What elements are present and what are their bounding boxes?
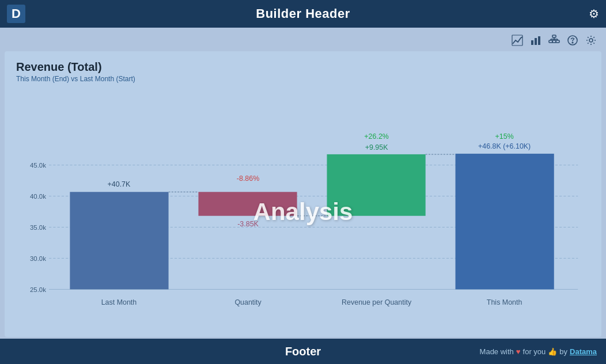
svg-text:Last Month: Last Month: [101, 298, 137, 306]
svg-text:Revenue per Quantity: Revenue per Quantity: [342, 298, 412, 306]
bar-revenue-per-qty: [327, 154, 426, 216]
footer-for-you: for you: [523, 347, 546, 356]
svg-text:+26.2%: +26.2%: [364, 132, 389, 141]
chart-svg-area: Analysis 25.0k 30.0k 35.0k 40.0k 45.0k: [16, 92, 590, 331]
svg-text:This Month: This Month: [487, 298, 522, 306]
svg-rect-2: [535, 38, 537, 45]
svg-text:35.0k: 35.0k: [30, 224, 46, 231]
footer: Footer Made with ♥ for you 👍 by Datama: [0, 339, 606, 364]
org-chart-icon[interactable]: [548, 35, 560, 49]
svg-text:-8.86%: -8.86%: [237, 175, 259, 183]
chart-title: Revenue (Total): [16, 60, 590, 74]
svg-text:40.0k: 40.0k: [30, 193, 46, 200]
datama-link[interactable]: Datama: [570, 347, 597, 356]
bar-chart-icon[interactable]: [530, 35, 541, 49]
heart-icon: ♥: [516, 347, 521, 356]
header: D Builder Header ⚙: [0, 0, 606, 28]
svg-text:25.0k: 25.0k: [30, 286, 46, 293]
chart-container: Revenue (Total) This Month (End) vs Last…: [5, 51, 601, 337]
bar-quantity: [198, 192, 297, 216]
svg-rect-3: [538, 36, 540, 45]
svg-point-14: [572, 42, 573, 43]
bar-last-month: [70, 192, 168, 289]
header-title: Builder Header: [256, 6, 350, 21]
footer-right: Made with ♥ for you 👍 by Datama: [480, 347, 597, 356]
bar-this-month: [456, 154, 554, 290]
svg-point-15: [589, 39, 593, 42]
menu-icon[interactable]: ⚙: [589, 7, 599, 21]
svg-rect-10: [549, 40, 552, 43]
svg-text:30.0k: 30.0k: [30, 255, 46, 262]
toolbar: [5, 32, 601, 51]
svg-text:Quantity: Quantity: [234, 298, 262, 306]
settings-icon[interactable]: [585, 35, 597, 49]
svg-text:+46.8K (+6.10K): +46.8K (+6.10K): [478, 142, 531, 150]
help-icon[interactable]: [567, 35, 578, 49]
svg-rect-0: [512, 35, 522, 46]
svg-text:+40.7K: +40.7K: [108, 180, 131, 188]
footer-by: by: [559, 347, 567, 356]
svg-rect-12: [556, 40, 559, 43]
chart-line-icon[interactable]: [512, 35, 523, 49]
footer-made-with: Made with: [480, 347, 514, 356]
svg-text:+9.95K: +9.95K: [365, 143, 388, 151]
main-area: Revenue (Total) This Month (End) vs Last…: [0, 28, 606, 339]
footer-title: Footer: [285, 345, 321, 358]
svg-text:45.0k: 45.0k: [30, 162, 46, 169]
hand-icon: 👍: [548, 347, 557, 356]
svg-rect-4: [552, 35, 556, 37]
logo: D: [7, 5, 25, 23]
svg-rect-1: [531, 40, 533, 45]
chart-subtitle: This Month (End) vs Last Month (Start): [16, 75, 590, 83]
svg-text:-3.85K: -3.85K: [237, 220, 259, 228]
svg-rect-11: [552, 40, 556, 43]
svg-text:+15%: +15%: [495, 132, 514, 141]
